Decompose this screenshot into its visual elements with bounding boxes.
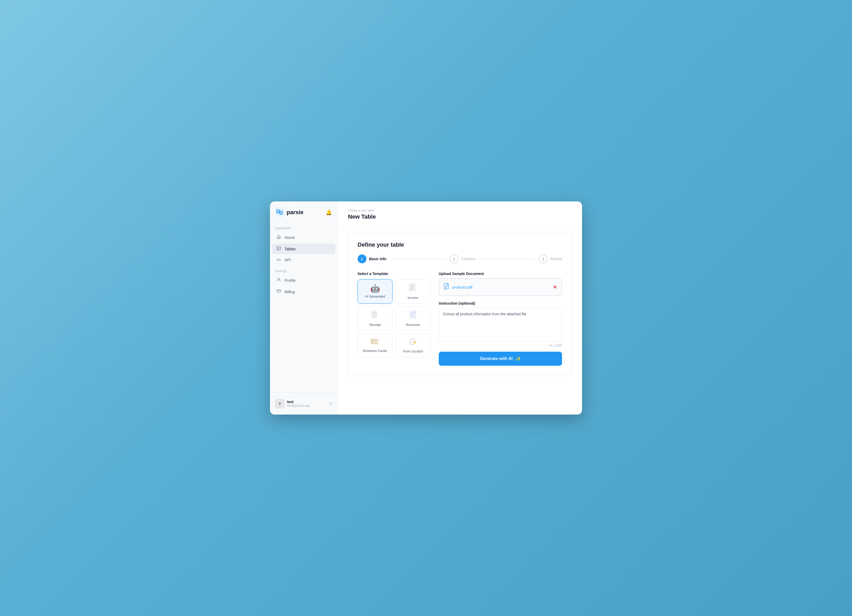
upload-instruction-column: Upload Sample Document products.pdf ✕ In…	[439, 272, 562, 366]
profile-icon	[276, 277, 281, 283]
api-icon: </>	[276, 258, 281, 262]
generate-button[interactable]: Generate with AI ✨	[439, 352, 562, 366]
receipt-icon	[372, 310, 379, 321]
application-section-label: Application	[270, 222, 337, 232]
tables-icon	[276, 246, 281, 252]
app-window: parsie 🔔 Application Home Tables </> API…	[270, 202, 582, 414]
logo-text: parsie	[287, 209, 304, 216]
sidebar-item-api[interactable]: </> API	[272, 255, 335, 265]
step-2-circle: 2	[450, 255, 459, 263]
svg-point-14	[278, 279, 279, 280]
svg-rect-10	[277, 246, 281, 250]
file-icon	[444, 283, 450, 291]
instruction-label: Instruction (optional)	[439, 301, 562, 306]
svg-rect-15	[277, 290, 281, 292]
step-1-label: Basic Info	[369, 257, 387, 261]
sidebar-item-tables-label: Tables	[284, 247, 296, 251]
user-info: test test@parsie.app	[287, 400, 326, 408]
template-invoice[interactable]: Invoice	[396, 279, 431, 304]
upload-file-name: products.pdf	[452, 285, 472, 289]
template-business-cards-label: Business Cards	[363, 349, 387, 353]
template-receipt[interactable]: Receipt	[358, 307, 393, 331]
notification-bell-icon[interactable]: 🔔	[326, 209, 332, 215]
template-ai-generated[interactable]: 🤖 AI Generated	[358, 279, 393, 304]
char-count: 54 / 5000	[439, 344, 562, 348]
template-ai-generated-label: AI Generated	[365, 294, 385, 298]
svg-rect-23	[372, 311, 376, 318]
templates-column: Select a Template 🤖 AI Generated	[358, 272, 431, 357]
logo-area: parsie	[275, 208, 304, 217]
page-header: Create a new table New Table	[338, 202, 582, 225]
sidebar-footer: T test test@parsie.app ⇅	[270, 393, 337, 414]
template-section-title: Select a Template	[358, 272, 431, 276]
main-content: Create a new table New Table Define your…	[338, 202, 582, 414]
page-body: Define your table 1 Basic Info 2 Columns…	[338, 225, 582, 414]
step-1-circle: 1	[358, 255, 366, 263]
sidebar-item-profile-label: Profile	[284, 278, 296, 283]
sidebar-item-home[interactable]: Home	[272, 232, 335, 242]
step-1: 1 Basic Info	[358, 255, 387, 263]
sidebar-item-api-label: API	[284, 258, 291, 262]
sidebar-item-home-label: Home	[284, 235, 295, 239]
svg-rect-36	[372, 340, 374, 342]
svg-rect-42	[444, 283, 449, 289]
template-from-scratch-label: From Scratch	[403, 349, 423, 353]
upload-file-info: products.pdf	[444, 283, 472, 291]
step-3-label: Review	[550, 257, 562, 261]
sidebar-item-billing-label: Billing	[284, 289, 295, 294]
two-col-layout: Select a Template 🤖 AI Generated	[358, 272, 562, 366]
logo-icon	[275, 208, 284, 217]
define-card: Define your table 1 Basic Info 2 Columns…	[348, 233, 572, 374]
define-title: Define your table	[358, 241, 562, 248]
page-title: New Table	[348, 213, 572, 220]
sidebar-item-tables[interactable]: Tables	[272, 244, 335, 254]
template-invoice-label: Invoice	[408, 296, 418, 300]
sidebar-item-billing[interactable]: Billing	[272, 286, 335, 297]
svg-rect-17	[409, 283, 415, 291]
generate-ai-icon: ✨	[515, 356, 521, 361]
resumes-icon	[409, 310, 417, 321]
billing-icon	[276, 289, 281, 294]
user-chevron-icon: ⇅	[329, 402, 332, 406]
stepper: 1 Basic Info 2 Columns 3 Review	[358, 255, 562, 263]
sidebar-header: parsie 🔔	[270, 202, 337, 222]
home-icon	[276, 235, 281, 240]
step-2-label: Columns	[461, 257, 476, 261]
settings-section-label: Settings	[270, 265, 337, 274]
template-receipt-label: Receipt	[369, 323, 381, 327]
step-3-circle: 3	[539, 255, 547, 263]
instruction-textarea[interactable]	[439, 308, 562, 342]
sidebar: parsie 🔔 Application Home Tables </> API…	[270, 202, 338, 414]
sidebar-item-profile[interactable]: Profile	[272, 275, 335, 285]
upload-label: Upload Sample Document	[439, 272, 562, 276]
step-3: 3 Review	[539, 255, 562, 263]
svg-rect-40	[410, 339, 415, 345]
upload-box[interactable]: products.pdf ✕	[439, 279, 562, 296]
remove-file-icon[interactable]: ✕	[553, 284, 557, 290]
ai-generated-icon: 🤖	[370, 285, 380, 292]
svg-rect-9	[278, 237, 279, 239]
step-2: 2 Columns	[450, 255, 476, 263]
breadcrumb: Create a new table	[348, 209, 572, 212]
template-grid: 🤖 AI Generated	[358, 279, 431, 357]
template-resumes[interactable]: Resumes	[396, 307, 431, 331]
template-business-cards[interactable]: Business Cards	[358, 334, 393, 357]
from-scratch-icon	[409, 337, 417, 347]
avatar: T	[275, 399, 284, 408]
user-area[interactable]: T test test@parsie.app ⇅	[273, 397, 334, 410]
template-resumes-label: Resumes	[406, 323, 420, 327]
user-name: test	[287, 400, 326, 404]
template-from-scratch[interactable]: From Scratch	[396, 334, 431, 357]
business-cards-icon	[371, 338, 379, 347]
user-email: test@parsie.app	[287, 404, 326, 408]
invoice-icon	[409, 283, 417, 294]
generate-button-label: Generate with AI	[480, 356, 513, 361]
